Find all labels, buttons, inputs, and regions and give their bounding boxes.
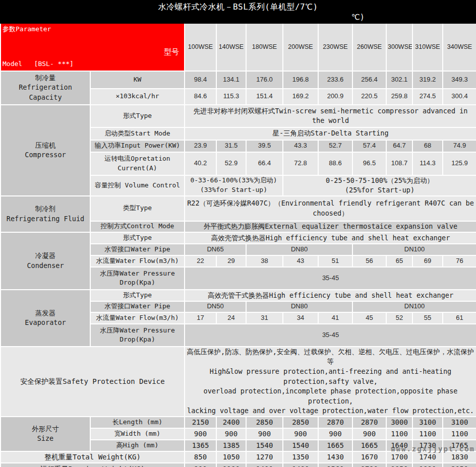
title-band: 水冷螺杆式冷水机－BSL系列(单机型/7℃) ℃) [0, 0, 476, 24]
model-column-header: 200WSE [283, 24, 318, 71]
value-cell: 259.8 [386, 89, 412, 105]
value-cell: 1665 [318, 440, 352, 451]
value-cell: 1385 [216, 440, 246, 451]
page-title-overflow: ℃) [351, 13, 365, 22]
value-cell: R22（可选环保冷媒R407C）（Environmental friendly … [185, 196, 476, 221]
row-label: 水流量Water Flow(m3/h) [90, 312, 185, 324]
value-cell: 900 [216, 428, 246, 440]
value-cell: 1100 [216, 463, 246, 467]
value-cell: 900 [185, 463, 216, 467]
row-label: 水管接口Water Pipe [90, 301, 185, 312]
value-cell: 57.4 [352, 140, 386, 152]
value-cell: 72.8 [283, 152, 318, 175]
value-cell: 125.9 [443, 152, 476, 175]
value-cell: 256.4 [352, 71, 386, 89]
row-evaporator-type: 蒸发器 Evaporator 形式Type 高效壳管干式换热器High effi… [1, 290, 476, 301]
row-running-weight: 运行重量Running Weight(KG) 900 1100 1400 148… [1, 463, 476, 467]
value-cell: 302.1 [386, 71, 412, 89]
value-cell: 114.3 [412, 152, 443, 175]
value-cell: 900 [318, 428, 352, 440]
value-cell: 61 [443, 312, 476, 324]
value-cell: 349.3 [443, 71, 476, 89]
value-cell: 74.9 [443, 140, 476, 152]
value-cell: 星-三角启动Star-Delta Starting [185, 127, 476, 140]
group-refrigerating-fluid: 制冷剂 Refrigerating Fluid [1, 196, 90, 232]
value-cell: 900 [283, 428, 318, 440]
value-cell: 134.1 [216, 71, 246, 89]
value-cell: 35-45 [185, 267, 476, 290]
value-cell: 3100 [412, 417, 443, 428]
value-cell: 108.7 [386, 152, 412, 175]
value-cell: 24 [216, 312, 246, 324]
row-compressor-type: 压缩机 Compressor 形式Type 先进非对称半封闭双螺杆式Twin-s… [1, 105, 476, 127]
value-cell: 115.3 [216, 89, 246, 105]
value-cell: 1480 [283, 463, 318, 467]
value-cell: 38 [246, 255, 283, 267]
value-cell: 40.2 [185, 152, 216, 175]
value-cell: 2150 [185, 417, 216, 428]
value-cell: 45 [352, 312, 386, 324]
value-cell-small-models: 0-33-66-100%(33%为启动) (33%for Start-up) [185, 175, 283, 196]
value-cell: 31.5 [216, 140, 246, 152]
value-cell: DN80 [246, 244, 352, 255]
value-cell: 65 [386, 255, 412, 267]
group-refrigeration-capacity: 制冷量 Refrigeration Capacity [1, 71, 90, 105]
row-label: KW [90, 71, 185, 89]
value-cell: 274.5 [412, 89, 443, 105]
row-label: 形式Type [90, 232, 185, 244]
row-safety-protection: 安全保护装置Safety Protection Device 高低压保护,防冻、… [1, 347, 476, 417]
value-cell: 1350 [283, 451, 318, 463]
row-fluid-type: 制冷剂 Refrigerating Fluid 类型Type R22（可选环保冷… [1, 196, 476, 221]
value-cell: 1700 [386, 451, 412, 463]
value-cell: 1740 [412, 451, 443, 463]
value-cell: 1830 [443, 451, 476, 463]
safety-description: 高低压保护,防冻、防热保护,安全阀、过载保护、欠相、逆相、欠电压、过电压保护，水… [185, 347, 476, 417]
value-cell: 1890 [412, 463, 443, 467]
value-cell: 2850 [246, 417, 283, 428]
value-cell: DN80 [246, 301, 352, 312]
row-label: 类型Type [90, 196, 185, 221]
row-label: 水管接口Water Pipe [90, 244, 185, 255]
value-cell: DN100 [352, 244, 476, 255]
spec-table: 参数Parameter 型号 Model [BSL- ***] 100WSE 1… [0, 24, 476, 467]
row-label: 运转电流Opretation Current(A) [90, 152, 185, 175]
model-column-header: 300WSE [386, 24, 412, 71]
value-cell: 900 [185, 428, 216, 440]
value-cell: 220.5 [352, 89, 386, 105]
value-cell: 1400 [246, 463, 283, 467]
value-cell: 1790 [352, 463, 386, 467]
value-cell: 高效壳管干式换热器High efficiency tube and shell … [185, 290, 476, 301]
row-label: 宽Width (mm) [90, 428, 185, 440]
value-cell: 2850 [283, 417, 318, 428]
value-cell: 29 [216, 255, 246, 267]
watermark: www.zgxjjypt.com [391, 445, 475, 453]
value-cell-large-models: 0-25-50-75-100%（25%为启动） (25%for Start-up… [283, 175, 476, 196]
value-cell: DN50 [185, 301, 246, 312]
value-cell: 34 [283, 312, 318, 324]
value-cell: 196.8 [283, 71, 318, 89]
value-cell: 52.7 [318, 140, 352, 152]
value-cell: 43.3 [283, 140, 318, 152]
value-cell: 300.4 [443, 89, 476, 105]
value-cell: 68 [412, 140, 443, 152]
value-cell: 900 [352, 428, 386, 440]
group-size: 外形尺寸 Size [1, 417, 90, 451]
value-cell: 高效壳管式换热器High efficiency tube and shell h… [185, 232, 476, 244]
value-cell: 200.9 [318, 89, 352, 105]
row-label: 容量控制 Volume Control [90, 175, 185, 196]
value-cell: 69 [412, 255, 443, 267]
value-cell: 98.4 [185, 71, 216, 89]
page-title: 水冷螺杆式冷水机－BSL系列(单机型/7℃) [0, 0, 476, 13]
value-cell: 76 [443, 255, 476, 267]
value-cell: 52 [386, 312, 412, 324]
model-column-header: 260WSE [352, 24, 386, 71]
value-cell: 850 [185, 451, 216, 463]
group-condenser: 冷凝器 Condenser [1, 232, 90, 290]
value-cell: 319.2 [412, 71, 443, 89]
value-cell: 88.6 [318, 152, 352, 175]
value-cell: 51 [318, 255, 352, 267]
value-cell: 1365 [185, 440, 216, 451]
row-capacity-kw: 制冷量 Refrigeration Capacity KW 98.4 134.1… [1, 71, 476, 89]
model-column-header: 140WSE [216, 24, 246, 71]
row-label: 输入功率Input Power(KW) [90, 140, 185, 152]
